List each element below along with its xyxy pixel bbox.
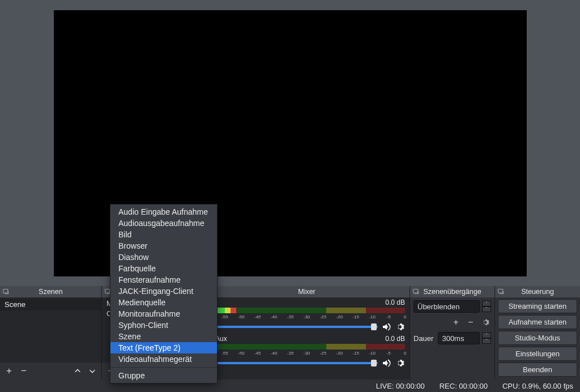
menu-item[interactable]: Videoaufnahmegerät: [110, 353, 217, 365]
menu-item[interactable]: Syphon-Client: [110, 319, 217, 331]
controls-dock: Steuerung Streaming startenAufnahme star…: [495, 286, 580, 380]
status-rec: REC: 00:00:00: [440, 382, 488, 390]
scenes-title-bar: Szenen: [0, 286, 101, 297]
gear-icon[interactable]: [395, 358, 405, 368]
scenes-toolbar: + −: [0, 363, 101, 380]
menu-item[interactable]: Farbquelle: [110, 263, 217, 274]
transitions-dock: Szenenübergänge Überblenden ˄˅ + − Dauer…: [410, 286, 495, 380]
menu-item[interactable]: Diashow: [110, 252, 217, 263]
detach-icon[interactable]: [412, 288, 420, 297]
detach-icon[interactable]: [497, 288, 505, 297]
scenes-title: Szenen: [39, 288, 62, 296]
mixer-dock: Mixer ic0.0 dB -60-55-50-45-40-35-30-25-…: [204, 286, 410, 380]
menu-item[interactable]: Text (FreeType 2): [110, 342, 217, 353]
menu-item[interactable]: Bild: [110, 229, 217, 240]
menu-item[interactable]: Gruppe: [110, 370, 217, 381]
menu-item[interactable]: Szene: [110, 331, 217, 342]
transitions-title: Szenenübergänge: [423, 288, 481, 296]
volume-slider[interactable]: [208, 326, 378, 328]
control-button[interactable]: Studio-Modus: [498, 331, 577, 345]
menu-separator: [110, 367, 217, 368]
scene-down-button[interactable]: [86, 364, 99, 378]
add-transition-button[interactable]: +: [450, 317, 462, 328]
preview-area: [0, 0, 580, 286]
speaker-icon[interactable]: [381, 322, 391, 332]
scenes-body: Scene: [0, 297, 101, 363]
menu-item[interactable]: Fensteraufnahme: [110, 274, 217, 286]
detach-icon[interactable]: [2, 288, 10, 297]
control-button[interactable]: Beenden: [498, 363, 577, 377]
control-button[interactable]: Einstellungen: [498, 347, 577, 361]
channel-db: 0.0 dB: [385, 335, 405, 343]
transitions-title-bar: Szenenübergänge: [410, 286, 494, 297]
scene-item[interactable]: Scene: [0, 299, 101, 310]
transition-select[interactable]: Überblenden: [413, 300, 480, 313]
mixer-channel: ic/Aux0.0 dB -60-55-50-45-40-35-30-25-20…: [204, 334, 410, 368]
duration-label: Dauer: [413, 334, 433, 343]
svg-rect-0: [3, 289, 8, 293]
menu-item[interactable]: Audioausgabeaufnahme: [110, 218, 217, 229]
menu-item[interactable]: JACK-Eingang-Client: [110, 286, 217, 297]
menu-item[interactable]: Browser: [110, 240, 217, 252]
controls-title-bar: Steuerung: [495, 286, 580, 297]
speaker-icon[interactable]: [381, 358, 391, 368]
status-live: LIVE: 00:00:00: [376, 382, 425, 390]
status-bar: LIVE: 00:00:00 REC: 00:00:00 CPU: 0.9%, …: [0, 380, 580, 392]
duration-input[interactable]: 300ms: [438, 332, 480, 344]
svg-rect-1: [105, 289, 110, 293]
transition-settings-button[interactable]: [480, 317, 491, 328]
remove-scene-button[interactable]: −: [17, 364, 31, 378]
mixer-channel: ic0.0 dB -60-55-50-45-40-35-30-25-20-15-…: [204, 297, 410, 332]
add-source-context-menu[interactable]: Audio Eingabe AufnahmeAudioausgabeaufnah…: [110, 204, 218, 384]
transitions-body: Überblenden ˄˅ + − Dauer 300ms ˄˅: [410, 297, 494, 380]
add-scene-button[interactable]: +: [2, 364, 16, 378]
audio-meter: [208, 308, 405, 313]
mixer-body: ic0.0 dB -60-55-50-45-40-35-30-25-20-15-…: [204, 297, 410, 380]
mixer-title: Mixer: [298, 288, 315, 296]
meter-ticks: -60-55-50-45-40-35-30-25-20-15-10-50: [208, 314, 405, 320]
controls-body: Streaming startenAufnahme startenStudio-…: [495, 297, 580, 380]
transition-spinner[interactable]: ˄˅: [482, 301, 491, 312]
volume-slider[interactable]: [208, 362, 378, 364]
gear-icon[interactable]: [395, 322, 405, 332]
control-button[interactable]: Aufnahme starten: [498, 315, 577, 329]
scenes-dock: Szenen Scene + −: [0, 286, 102, 380]
svg-rect-2: [413, 289, 418, 293]
mixer-title-bar: Mixer: [204, 286, 410, 297]
remove-transition-button[interactable]: −: [465, 317, 476, 328]
bottom-docks: Szenen Scene + − MC + −: [0, 286, 580, 380]
svg-rect-3: [498, 289, 503, 293]
duration-spinner[interactable]: ˄˅: [482, 333, 491, 344]
channel-db: 0.0 dB: [385, 299, 405, 306]
scene-up-button[interactable]: [71, 364, 84, 378]
controls-title: Steuerung: [521, 288, 554, 296]
menu-item[interactable]: Monitoraufnahme: [110, 308, 217, 319]
status-cpu: CPU: 0.9%, 60.00 fps: [502, 382, 573, 390]
control-button[interactable]: Streaming starten: [498, 299, 577, 313]
audio-meter: [208, 344, 405, 350]
menu-item[interactable]: Medienquelle: [110, 297, 217, 308]
scenes-list[interactable]: Scene: [0, 297, 101, 312]
menu-item[interactable]: Audio Eingabe Aufnahme: [110, 206, 217, 218]
meter-ticks: -60-55-50-45-40-35-30-25-20-15-10-50: [208, 351, 405, 356]
